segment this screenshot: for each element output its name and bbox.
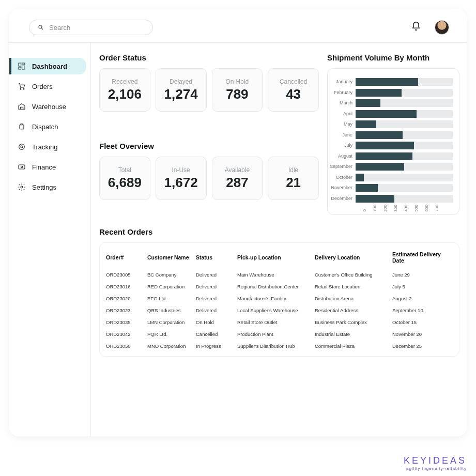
svg-rect-4 <box>22 66 25 69</box>
chart-y-label: November <box>331 184 353 192</box>
dispatch-icon <box>18 122 26 131</box>
chart-title: Shipment Volume By Month <box>327 53 459 62</box>
table-row[interactable]: ORD23035LMN CorporationOn HoldRetail Sto… <box>105 316 454 328</box>
table-cell: ORD23023 <box>106 308 147 313</box>
table-row[interactable]: ORD23016RED CorporationDeliveredRegional… <box>105 281 454 293</box>
chart-bar <box>356 99 453 107</box>
table-header: Order# <box>106 254 147 260</box>
sidebar-item-tracking[interactable]: Tracking <box>9 139 86 155</box>
order-status-card: Received2,106 <box>99 68 150 112</box>
table-cell: RED Corporation <box>147 284 196 289</box>
dashboard-icon <box>18 62 26 70</box>
table-cell: June 29 <box>392 272 453 278</box>
table-header: Delivery Location <box>315 254 392 260</box>
chart-y-label: June <box>343 131 353 139</box>
table-cell: Industrial Estate <box>315 331 392 337</box>
table-cell: Supplier's Distribution Hub <box>237 343 315 349</box>
svg-rect-2 <box>19 63 21 66</box>
card-label: Received <box>112 78 137 85</box>
order-status-cards: Received2,106Delayed1,274On-Hold789Cance… <box>99 68 319 112</box>
cart-icon <box>18 82 26 90</box>
chart-bar <box>356 131 453 139</box>
svg-point-6 <box>20 88 21 89</box>
svg-point-7 <box>23 88 24 89</box>
table-row[interactable]: ORD23023QRS IndustriesDeliveredLocal Sup… <box>105 304 454 316</box>
table-row[interactable]: ORD23042PQR Ltd.CancelledProduction Plan… <box>105 328 454 340</box>
svg-rect-3 <box>22 63 25 65</box>
chart-y-label: December <box>331 195 353 203</box>
table-cell: August 2 <box>392 296 453 301</box>
table-cell: Delivered <box>196 296 237 301</box>
fleet-card: Available287 <box>212 157 263 200</box>
tracking-icon <box>18 143 26 151</box>
table-cell: In Progress <box>196 343 237 349</box>
chart-y-label: September <box>330 163 352 171</box>
table-cell: LMN Corporation <box>147 319 196 325</box>
table-row[interactable]: ORD23050MNO CorporationIn ProgressSuppli… <box>105 340 454 352</box>
footer-brand: KEYIDEAS agility·ingenuity·reliability <box>404 455 467 471</box>
card-value: 21 <box>286 175 301 191</box>
sidebar-item-label: Finance <box>32 163 56 171</box>
table-header: Status <box>196 254 237 260</box>
card-value: 789 <box>226 86 248 102</box>
notifications-button[interactable] <box>411 21 421 34</box>
card-value: 1,274 <box>164 86 198 102</box>
table-header: Pick-up Location <box>237 254 315 260</box>
table-cell: QRS Industries <box>147 308 196 313</box>
app-panel: Search Dashboard Orders Warehouse <box>9 9 467 436</box>
fleet-title: Fleet Overview <box>99 142 319 150</box>
chart-x-tick: 400 <box>404 204 408 211</box>
sidebar-item-label: Tracking <box>32 143 57 151</box>
table-cell: Main Warehouse <box>237 272 315 278</box>
sidebar-item-dispatch[interactable]: Dispatch <box>9 118 86 135</box>
order-status-title: Order Status <box>99 53 319 62</box>
sidebar-item-orders[interactable]: Orders <box>9 78 86 95</box>
table-cell: ORD23050 <box>106 343 147 349</box>
chart-y-label: April <box>343 110 352 118</box>
table-cell: Production Plant <box>237 331 315 337</box>
chart-bar <box>356 78 453 86</box>
table-cell: ORD23042 <box>106 331 147 337</box>
chart-bar <box>356 152 453 160</box>
table-cell: Regional Distribution Center <box>237 284 315 289</box>
chart-x-tick: 700 <box>435 204 439 211</box>
svg-point-9 <box>19 144 25 150</box>
recent-orders-title: Recent Orders <box>99 227 459 236</box>
avatar[interactable] <box>435 20 449 35</box>
chart-y-label: August <box>338 152 352 160</box>
warehouse-icon <box>18 102 26 111</box>
bell-icon <box>411 21 421 32</box>
chart-y-label: October <box>336 174 352 181</box>
chart-y-label: March <box>340 99 352 107</box>
table-cell: Business Park Complex <box>315 319 392 325</box>
sidebar-item-dashboard[interactable]: Dashboard <box>9 58 86 74</box>
chart-bar <box>356 163 453 171</box>
chart-bar <box>356 142 453 149</box>
table-cell: Delivered <box>196 308 237 313</box>
sidebar-item-warehouse[interactable]: Warehouse <box>9 98 86 115</box>
chart-bar <box>356 89 453 97</box>
search-input[interactable]: Search <box>29 20 153 35</box>
table-row[interactable]: ORD23005BC CompanyDeliveredMain Warehous… <box>105 269 454 281</box>
table-cell: Commercial Plaza <box>315 343 392 349</box>
table-cell: Manufacturer's Facility <box>237 296 315 301</box>
svg-point-10 <box>21 146 23 148</box>
table-cell: On Hold <box>196 319 237 325</box>
chart-bar <box>356 174 453 181</box>
sidebar-item-label: Dashboard <box>32 63 67 70</box>
svg-rect-8 <box>20 125 24 129</box>
sidebar-item-finance[interactable]: Finance <box>9 159 86 175</box>
chart-y-label: February <box>334 89 352 97</box>
svg-line-1 <box>42 28 43 30</box>
chart-x-tick: 500 <box>414 204 419 211</box>
table-row[interactable]: ORD23020EFG Ltd.DeliveredManufacturer's … <box>105 293 454 304</box>
sidebar: Dashboard Orders Warehouse Dispatch Trac… <box>9 43 91 436</box>
table-cell: Distribution Arena <box>315 296 392 301</box>
chart-y-label: January <box>336 78 352 86</box>
gear-icon <box>18 183 26 191</box>
sidebar-item-label: Warehouse <box>32 103 66 111</box>
shipment-chart: JanuaryFebruaryMarchAprilMayJuneJulyAugu… <box>327 68 459 215</box>
sidebar-item-settings[interactable]: Settings <box>9 179 86 195</box>
table-cell: October 15 <box>392 319 453 325</box>
fleet-cards: Total6,689In-Use1,672Available287Idle21 <box>99 157 319 200</box>
